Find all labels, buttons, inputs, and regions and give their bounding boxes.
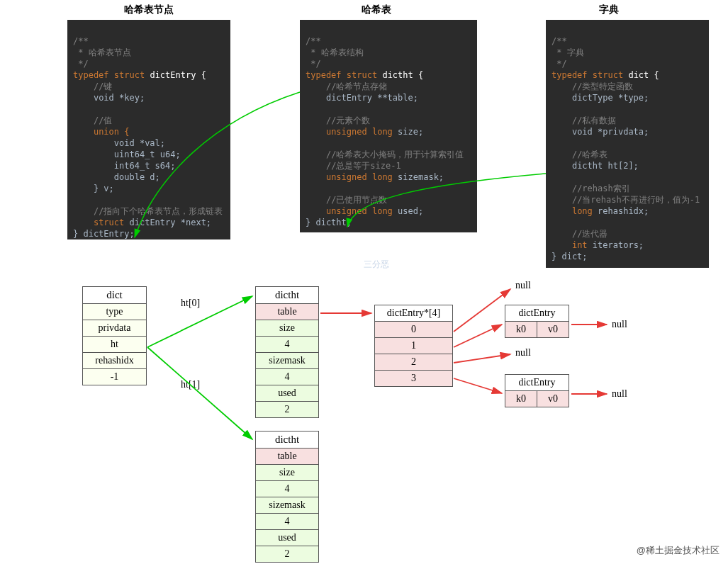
null-entry1: null — [612, 319, 627, 330]
title-dictht: 哈希表 — [362, 4, 391, 16]
watermark-juejin: @稀土掘金技术社区 — [637, 544, 719, 557]
null-0: null — [515, 280, 531, 291]
title-dictentry: 哈希表节点 — [124, 4, 174, 16]
svg-line-4 — [454, 325, 502, 347]
svg-line-3 — [454, 289, 510, 332]
svg-line-1 — [147, 347, 252, 439]
struct-entry2: dictEntry k0v0 — [505, 374, 569, 407]
svg-line-6 — [454, 378, 502, 393]
edge-ht0: ht[0] — [181, 298, 200, 309]
struct-dictht1: dictht table size 4 sizemask 4 used 2 — [255, 431, 319, 563]
struct-entry-array: dictEntry*[4] 0 1 2 3 — [374, 305, 453, 387]
svg-line-5 — [454, 354, 510, 363]
code-dictentry: /** * 哈希表节点 */ typedef struct dictEntry … — [67, 20, 230, 239]
watermark-sanfen: 三分恶 — [364, 259, 389, 271]
null-entry2: null — [612, 388, 627, 400]
struct-dict: dict type privdata ht rehashidx -1 — [82, 286, 147, 385]
null-2: null — [515, 347, 531, 359]
code-dict: /** * 字典 */ typedef struct dict { //类型特定… — [546, 20, 709, 268]
edge-ht1: ht[1] — [181, 379, 200, 390]
struct-entry1: dictEntry k0v0 — [505, 305, 569, 338]
title-dict: 字典 — [599, 4, 619, 16]
code-dictht: /** * 哈希表结构 */ typedef struct dictht { /… — [300, 20, 477, 232]
struct-dictht0: dictht table size 4 sizemask 4 used 2 — [255, 286, 319, 418]
